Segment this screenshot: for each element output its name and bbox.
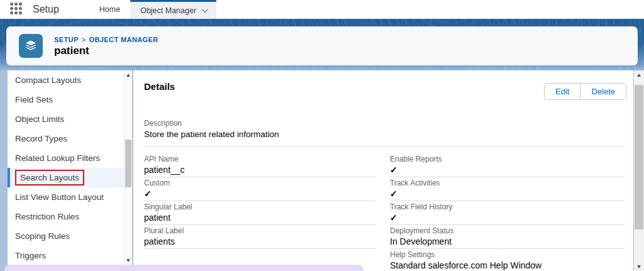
- tab-home-label: Home: [99, 5, 120, 14]
- field-deployment-status-value: In Development: [390, 235, 624, 249]
- sidebar-item-compact-layouts[interactable]: Compact Layouts: [8, 70, 132, 90]
- field-track-field-history: Track Field History ✓: [390, 201, 624, 224]
- red-annotation-box: Search Layouts: [15, 170, 84, 185]
- tab-object-manager[interactable]: Object Manager: [130, 0, 216, 19]
- main-scroll-down-icon[interactable]: [634, 262, 644, 271]
- sidebar-item-record-types[interactable]: Record Types: [8, 129, 132, 148]
- sidebar-scroll-up-icon[interactable]: [125, 70, 132, 79]
- details-left-column: API Name patient__c Custom ✓ Singular La…: [144, 153, 375, 248]
- object-layers-icon: [19, 34, 43, 58]
- sidebar-item-list-view-button-layout[interactable]: List View Button Layout: [8, 187, 132, 207]
- details-action-buttons: Edit Delete: [544, 83, 626, 100]
- details-section-title: Details: [144, 81, 175, 92]
- main-scrollbar-thumb[interactable]: [635, 85, 643, 230]
- checkmark-icon: ✓: [144, 187, 375, 201]
- sidebar-item-triggers[interactable]: Triggers: [8, 246, 132, 265]
- sidebar-item-search-layouts[interactable]: Search Layouts: [8, 168, 132, 187]
- field-plural-label: Plural Label patients: [144, 224, 375, 248]
- global-header: Setup Home Object Manager: [0, 0, 644, 19]
- breadcrumb-separator: >: [82, 36, 86, 43]
- sidebar-item-object-limits[interactable]: Object Limits: [8, 109, 132, 129]
- main-scroll-up-icon[interactable]: [634, 70, 644, 79]
- edit-button[interactable]: Edit: [545, 84, 580, 99]
- object-header-card: SETUP>OBJECT MANAGER patient: [6, 26, 638, 65]
- breadcrumb-object-manager-link[interactable]: OBJECT MANAGER: [89, 36, 158, 43]
- field-track-activities: Track Activities ✓: [390, 177, 624, 201]
- description-label: Description: [144, 119, 182, 128]
- checkmark-icon: ✓: [390, 163, 624, 177]
- field-custom: Custom ✓: [144, 177, 375, 201]
- field-help-settings: Help Settings Standard salesforce.com He…: [390, 248, 624, 271]
- sidebar-item-related-lookup-filters[interactable]: Related Lookup Filters: [8, 148, 132, 168]
- setup-app-label: Setup: [33, 4, 59, 15]
- sidebar-scrollbar[interactable]: [124, 70, 132, 265]
- field-enable-reports: Enable Reports ✓: [390, 153, 624, 177]
- field-singular-label-value: patient: [144, 211, 375, 225]
- field-singular-label: Singular Label patient: [144, 201, 375, 224]
- sidebar-scrollbar-thumb[interactable]: [125, 140, 131, 187]
- annotation-highlight-bar: [4, 265, 364, 271]
- field-api-name: API Name patient__c: [144, 153, 375, 177]
- delete-button[interactable]: Delete: [580, 84, 626, 99]
- checkmark-icon: ✓: [390, 187, 624, 201]
- app-launcher-icon[interactable]: [10, 3, 24, 16]
- field-help-settings-value: Standard salesforce.com Help Window: [390, 259, 624, 271]
- object-manager-sidebar: Compact Layouts Field Sets Object Limits…: [8, 70, 132, 265]
- sidebar-scroll-down-icon[interactable]: [125, 256, 132, 265]
- details-right-column: Enable Reports ✓ Track Activities ✓ Trac…: [390, 153, 624, 271]
- sidebar-item-field-sets[interactable]: Field Sets: [8, 90, 132, 109]
- field-plural-label-value: patients: [144, 235, 375, 249]
- field-deployment-status: Deployment Status In Development: [390, 224, 624, 248]
- chevron-down-icon: [202, 6, 208, 13]
- sidebar-item-restriction-rules[interactable]: Restriction Rules: [8, 207, 132, 226]
- description-value: Store the patient related information: [144, 130, 279, 139]
- main-scrollbar[interactable]: [634, 70, 644, 271]
- checkmark-icon: ✓: [390, 211, 624, 225]
- breadcrumb-setup-link[interactable]: SETUP: [54, 36, 79, 43]
- tab-object-manager-label: Object Manager: [140, 6, 196, 15]
- field-api-name-value: patient__c: [144, 163, 375, 177]
- page-title: patient: [54, 45, 89, 57]
- tab-home[interactable]: Home: [89, 0, 130, 19]
- salesforce-setup-page: Setup Home Object Manager SETUP>OBJECT M…: [0, 0, 644, 271]
- sidebar-item-scoping-rules[interactable]: Scoping Rules: [8, 226, 132, 246]
- section-divider: [144, 146, 623, 147]
- breadcrumb: SETUP>OBJECT MANAGER: [54, 36, 158, 43]
- setup-banner: SETUP>OBJECT MANAGER patient: [0, 19, 644, 70]
- details-panel: Details Edit Delete Description Store th…: [133, 70, 633, 271]
